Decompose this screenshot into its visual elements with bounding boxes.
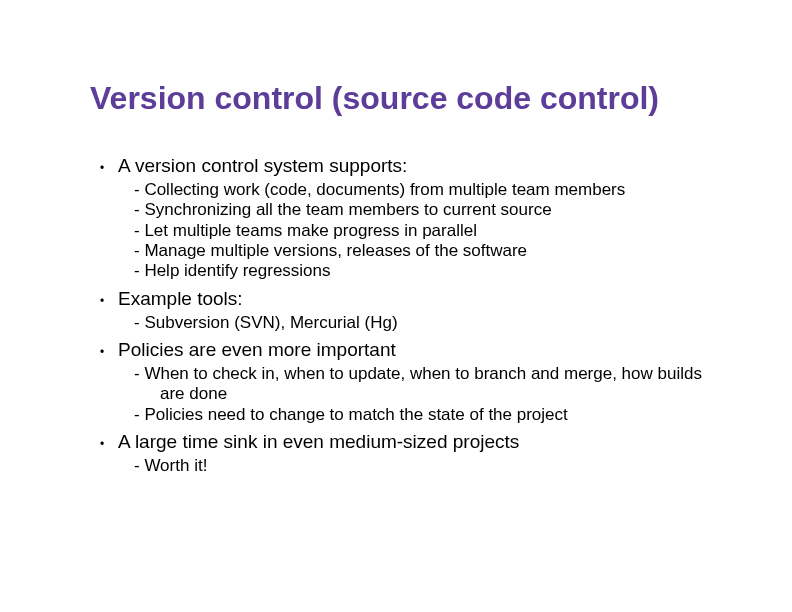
- sub-item: - Subversion (SVN), Mercurial (Hg): [134, 313, 722, 333]
- sub-list: - When to check in, when to update, when…: [134, 364, 722, 425]
- bullet-item: • Policies are even more important: [100, 339, 722, 362]
- bullet-item: • A version control system supports:: [100, 155, 722, 178]
- bullet-marker: •: [100, 437, 118, 451]
- sub-list: - Worth it!: [134, 456, 722, 476]
- bullet-marker: •: [100, 345, 118, 359]
- sub-list: - Subversion (SVN), Mercurial (Hg): [134, 313, 722, 333]
- sub-item: - When to check in, when to update, when…: [134, 364, 722, 405]
- slide-container: Version control (source code control) • …: [0, 0, 792, 522]
- bullet-text: A version control system supports:: [118, 155, 407, 178]
- bullet-item: • A large time sink in even medium-sized…: [100, 431, 722, 454]
- sub-item: - Collecting work (code, documents) from…: [134, 180, 722, 200]
- sub-list: - Collecting work (code, documents) from…: [134, 180, 722, 282]
- bullet-text: A large time sink in even medium-sized p…: [118, 431, 519, 454]
- sub-item: - Policies need to change to match the s…: [134, 405, 722, 425]
- sub-item: - Let multiple teams make progress in pa…: [134, 221, 722, 241]
- sub-item: - Worth it!: [134, 456, 722, 476]
- bullet-text: Example tools:: [118, 288, 243, 311]
- bullet-text: Policies are even more important: [118, 339, 396, 362]
- slide-title: Version control (source code control): [90, 80, 722, 117]
- sub-item: - Manage multiple versions, releases of …: [134, 241, 722, 261]
- sub-item: - Synchronizing all the team members to …: [134, 200, 722, 220]
- bullet-marker: •: [100, 294, 118, 308]
- sub-item: - Help identify regressions: [134, 261, 722, 281]
- bullet-marker: •: [100, 161, 118, 175]
- bullet-item: • Example tools:: [100, 288, 722, 311]
- slide-content: • A version control system supports: - C…: [100, 155, 722, 476]
